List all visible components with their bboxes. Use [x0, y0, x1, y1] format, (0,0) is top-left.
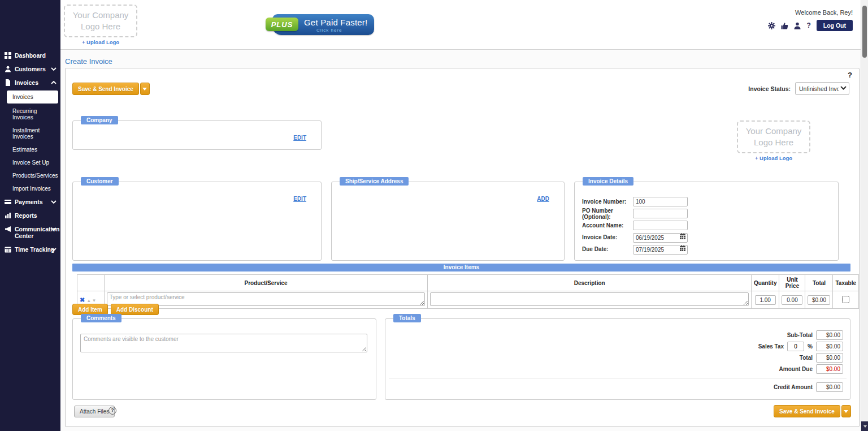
- sidebar-subitem-invoice-set-up[interactable]: Invoice Set Up: [0, 156, 60, 169]
- delete-row-icon[interactable]: ✖: [80, 296, 85, 303]
- credit-amount-row: Credit Amount $0.00: [774, 382, 843, 392]
- ship-service-address-section: Ship/Service Address ADD: [331, 182, 565, 261]
- save-send-invoice-button-bottom[interactable]: Save & Send Invoice: [774, 405, 840, 417]
- sales-tax-value: $0.00: [816, 342, 843, 351]
- attach-help-icon[interactable]: ?: [108, 407, 116, 415]
- sidebar-subitem-installment-invoices[interactable]: Installment Invoices: [0, 124, 60, 143]
- upload-logo-link[interactable]: + Upload Logo: [737, 155, 810, 161]
- invoice-number-label: Invoice Number:: [582, 199, 633, 205]
- company-edit-link[interactable]: EDIT: [293, 135, 306, 141]
- company-legend: Company: [81, 116, 118, 124]
- quantity-header: Quantity: [751, 275, 779, 291]
- move-row-down-icon[interactable]: ▾: [93, 298, 96, 303]
- add-item-button[interactable]: Add Item: [72, 304, 108, 315]
- banner-click-here[interactable]: Click here: [316, 28, 342, 33]
- amount-due-row: Amount Due $0.00: [758, 364, 843, 374]
- po-number-input[interactable]: [633, 209, 688, 218]
- sidebar-item-payments[interactable]: Payments: [0, 195, 60, 209]
- sidebar-item-dashboard[interactable]: Dashboard: [0, 49, 60, 62]
- account-name-input[interactable]: [633, 221, 688, 230]
- due-date-label: Due Date:: [582, 246, 633, 252]
- row-total-value: [808, 295, 830, 305]
- comments-section: Comments: [72, 318, 376, 400]
- add-discount-button[interactable]: Add Discount: [111, 304, 159, 315]
- quantity-input[interactable]: [755, 295, 776, 305]
- communication-icon: [5, 226, 11, 232]
- sidebar-item-communication-center[interactable]: Communication Center: [0, 222, 60, 243]
- credit-amount-label: Credit Amount: [774, 384, 813, 390]
- sales-tax-rate-input[interactable]: [787, 342, 804, 351]
- taxable-header: Taxable: [833, 275, 859, 291]
- invoice-number-row: Invoice Number:: [582, 196, 834, 208]
- scrollbar-thumb[interactable]: [862, 6, 867, 58]
- calendar-icon[interactable]: [679, 245, 686, 252]
- calendar-icon[interactable]: [679, 233, 686, 240]
- customers-icon: [5, 66, 11, 72]
- items-header-row: Product/Service Description Quantity Uni…: [77, 275, 859, 291]
- percent-sign: %: [808, 343, 813, 350]
- sidebar: Dashboard Customers Invoices Invoices Re…: [0, 0, 60, 431]
- caret-down-icon: [863, 425, 867, 428]
- caret-down-icon: [142, 88, 147, 90]
- customer-edit-link[interactable]: EDIT: [293, 196, 306, 202]
- sidebar-subitem-invoices[interactable]: Invoices: [7, 90, 58, 104]
- header: Your Company Logo Here + Upload Logo PLU…: [60, 0, 861, 50]
- sidebar-item-label: Dashboard: [15, 52, 46, 59]
- save-send-invoice-split-button-bottom: Save & Send Invoice: [774, 405, 851, 417]
- sidebar-item-label: Communication Center: [15, 226, 47, 239]
- comments-input[interactable]: [80, 334, 367, 352]
- thumbs-up-icon[interactable]: [781, 22, 788, 29]
- header-account-area: Welcome Back, Rey! ? Log Out: [768, 9, 853, 31]
- upload-logo-link[interactable]: + Upload Logo: [64, 39, 137, 45]
- unit-price-input[interactable]: [782, 295, 802, 305]
- invoice-number-input[interactable]: [633, 197, 688, 206]
- save-send-dropdown-button-bottom[interactable]: [841, 405, 851, 417]
- sales-tax-label: Sales Tax: [758, 343, 784, 350]
- credit-amount-value: $0.00: [816, 382, 843, 392]
- user-icon[interactable]: [794, 22, 801, 29]
- ship-address-add-link[interactable]: ADD: [537, 196, 549, 202]
- page-scrollbar[interactable]: [861, 0, 868, 431]
- subtotal-row: Sub-Total $0.00: [758, 330, 843, 340]
- invoices-icon: [5, 79, 11, 86]
- sidebar-item-label: Invoices: [15, 79, 38, 86]
- panel-help-icon[interactable]: ?: [848, 71, 852, 79]
- invoice-item-row: ✖ ▴ ▾: [77, 291, 859, 309]
- time-tracking-icon: [5, 246, 11, 253]
- invoice-date-label: Invoice Date:: [582, 234, 633, 240]
- sidebar-item-label: Customers: [15, 66, 46, 72]
- save-send-dropdown-button[interactable]: [140, 83, 150, 95]
- move-row-up-icon[interactable]: ▴: [88, 298, 90, 303]
- sidebar-item-reports[interactable]: Reports: [0, 209, 60, 222]
- item-actions: Add Item Add Discount: [72, 304, 159, 315]
- invoice-logo-placeholder[interactable]: Your Company Logo Here: [737, 120, 810, 153]
- customer-legend: Customer: [81, 177, 119, 186]
- dashboard-icon: [5, 52, 11, 59]
- logout-button[interactable]: Log Out: [817, 20, 853, 31]
- description-header: Description: [428, 275, 752, 291]
- chevron-down-icon: [51, 248, 57, 251]
- sidebar-item-time-tracking[interactable]: Time Tracking: [0, 243, 60, 256]
- company-logo-placeholder[interactable]: Your Company Logo Here: [64, 5, 137, 37]
- chevron-down-icon: [51, 200, 57, 204]
- sidebar-subitem-import-invoices[interactable]: Import Invoices: [0, 182, 60, 195]
- save-send-invoice-button[interactable]: Save & Send Invoice: [72, 83, 139, 95]
- gear-icon[interactable]: [768, 22, 775, 29]
- taxable-checkbox[interactable]: [842, 296, 849, 303]
- scroll-down-button[interactable]: [861, 421, 868, 431]
- caret-down-icon: [844, 410, 848, 413]
- sidebar-subitem-recurring-invoices[interactable]: Recurring Invoices: [0, 105, 60, 124]
- total-header: Total: [805, 275, 833, 291]
- sidebar-subitem-products-services[interactable]: Products/Services: [0, 169, 60, 182]
- invoice-status-area: Invoice Status: Unfinished Invoices: [748, 82, 849, 95]
- description-input[interactable]: [430, 292, 749, 306]
- invoice-status-label: Invoice Status:: [748, 85, 791, 92]
- sidebar-subitem-estimates[interactable]: Estimates: [0, 143, 60, 156]
- get-paid-faster-banner[interactable]: PLUS Get Paid Faster! Click here: [266, 14, 374, 35]
- sidebar-item-customers[interactable]: Customers: [0, 62, 60, 76]
- sidebar-item-label: Payments: [15, 199, 43, 205]
- sales-tax-row: Sales Tax % $0.00: [758, 342, 843, 351]
- help-icon[interactable]: ?: [806, 21, 810, 29]
- sidebar-item-invoices[interactable]: Invoices: [0, 76, 60, 89]
- invoice-status-select[interactable]: Unfinished Invoices: [795, 82, 849, 95]
